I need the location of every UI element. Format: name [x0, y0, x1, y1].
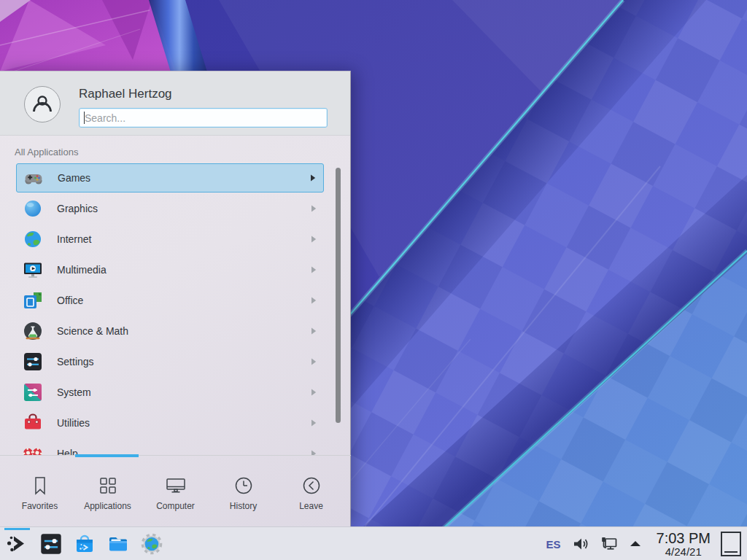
menu-item-label: System	[57, 386, 311, 398]
discover-icon	[73, 532, 96, 556]
tab-favorites[interactable]: Favorites	[6, 458, 74, 527]
menu-item-label: Internet	[57, 233, 311, 245]
show-desktop-button[interactable]	[721, 532, 741, 556]
menu-item-games[interactable]: Games	[16, 163, 324, 192]
submenu-arrow-icon	[311, 327, 317, 335]
submenu-arrow-icon	[311, 205, 317, 212]
launcher-tabbar: Favorites Applications Computer	[6, 458, 345, 527]
menu-item-settings[interactable]: Settings	[16, 347, 324, 376]
user-name: Raphael Hertzog	[79, 87, 172, 101]
submenu-arrow-icon	[311, 297, 317, 304]
menu-item-label: Office	[57, 295, 311, 306]
tab-label: Computer	[156, 501, 195, 511]
help-icon	[23, 443, 43, 456]
menu-item-office[interactable]: Office	[16, 286, 324, 315]
leave-icon	[301, 475, 322, 497]
clock-time: 7:03 PM	[657, 531, 711, 546]
system-settings-button[interactable]	[39, 532, 63, 556]
desktop: Raphael Hertzog All Applications Games	[0, 0, 747, 560]
grid-icon	[97, 475, 119, 497]
application-launcher-popup: Raphael Hertzog All Applications Games	[0, 71, 351, 526]
menu-item-help[interactable]: Help	[16, 439, 324, 456]
menu-item-label: Graphics	[57, 203, 311, 214]
bookmark-icon	[29, 475, 51, 497]
clock-icon	[233, 475, 255, 497]
search-input[interactable]	[79, 108, 328, 128]
internet-icon	[23, 229, 43, 249]
section-label: All Applications	[15, 147, 78, 158]
graphics-icon	[23, 198, 43, 219]
submenu-arrow-icon	[311, 236, 317, 243]
user-icon	[30, 92, 55, 117]
office-icon	[23, 290, 43, 311]
menu-item-label: Multimedia	[57, 264, 311, 276]
text-cursor	[84, 112, 85, 124]
multimedia-icon	[23, 260, 43, 280]
tab-label: Leave	[299, 501, 323, 511]
scrollbar[interactable]	[336, 168, 341, 423]
menu-item-label: Science & Math	[57, 325, 311, 337]
submenu-arrow-icon	[311, 358, 317, 365]
menu-item-graphics[interactable]: Graphics	[16, 194, 324, 223]
menu-item-system[interactable]: System	[16, 378, 324, 407]
file-manager-button[interactable]	[106, 532, 131, 556]
volume-icon[interactable]	[571, 534, 590, 553]
network-icon[interactable]	[599, 534, 619, 554]
system-icon	[23, 382, 43, 402]
settings-icon	[23, 351, 43, 372]
system-settings-icon	[39, 532, 63, 556]
taskbar-panel: ES	[0, 526, 747, 560]
science-icon	[23, 321, 43, 341]
discover-button[interactable]	[72, 532, 97, 556]
tab-label: Applications	[84, 501, 131, 511]
menu-item-internet[interactable]: Internet	[16, 225, 324, 254]
tab-label: Favorites	[22, 501, 58, 511]
keyboard-layout-indicator[interactable]: ES	[546, 538, 561, 551]
application-category-list: Games Graphics	[0, 159, 351, 456]
utilities-icon	[23, 413, 43, 433]
tab-history[interactable]: History	[209, 458, 277, 527]
digital-clock[interactable]: 7:03 PM 4/24/21	[657, 531, 711, 558]
submenu-arrow-icon	[311, 419, 317, 427]
tab-leave[interactable]: Leave	[277, 458, 345, 527]
submenu-arrow-icon	[311, 389, 317, 396]
expand-tray-icon[interactable]	[627, 536, 643, 552]
user-avatar[interactable]	[24, 86, 61, 122]
folder-icon	[107, 532, 130, 556]
menu-item-label: Utilities	[57, 417, 311, 429]
submenu-arrow-icon	[310, 174, 316, 182]
system-tray: ES	[546, 527, 747, 560]
menu-item-label: Games	[58, 172, 310, 184]
application-launcher-button[interactable]	[4, 528, 31, 560]
menu-item-utilities[interactable]: Utilities	[16, 408, 324, 438]
games-icon	[23, 168, 44, 188]
kde-launcher-icon	[5, 532, 30, 556]
globe-gear-icon	[140, 532, 163, 556]
tabbar-divider	[0, 455, 351, 456]
launcher-header: Raphael Hertzog	[0, 71, 350, 136]
tab-label: History	[230, 501, 257, 511]
clock-date: 4/24/21	[665, 546, 702, 558]
web-browser-button[interactable]	[139, 532, 164, 556]
tab-applications[interactable]: Applications	[74, 458, 142, 527]
monitor-icon	[165, 475, 187, 497]
menu-item-science-math[interactable]: Science & Math	[16, 316, 324, 346]
menu-item-multimedia[interactable]: Multimedia	[16, 255, 324, 284]
submenu-arrow-icon	[311, 266, 317, 273]
active-tab-indicator	[75, 454, 139, 457]
tab-computer[interactable]: Computer	[142, 458, 209, 527]
menu-item-label: Settings	[57, 356, 311, 368]
